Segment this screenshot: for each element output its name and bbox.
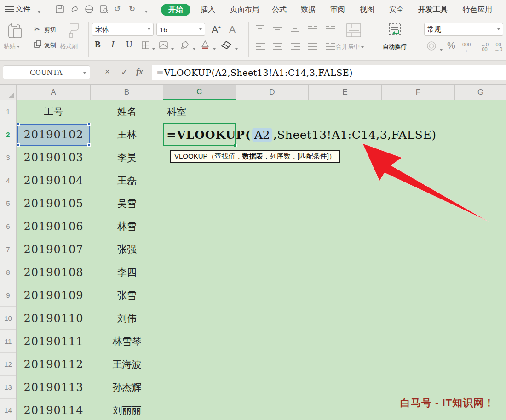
align-top-icon[interactable]: [255, 25, 265, 33]
tab-special-features[interactable]: 特色应用: [460, 4, 495, 16]
cell-a6[interactable]: 20190106: [17, 215, 91, 238]
increase-decimal-button[interactable]: ←000: [481, 42, 489, 51]
increase-indent-icon[interactable]: [325, 25, 336, 33]
fill-color-icon[interactable]: [159, 41, 168, 49]
align-center-icon[interactable]: [272, 42, 283, 51]
fill-color-caret-icon[interactable]: [170, 45, 174, 53]
copy-button[interactable]: 复制: [44, 41, 56, 50]
align-middle-icon[interactable]: [272, 25, 282, 33]
cell-a1[interactable]: 工号: [17, 100, 91, 123]
paste-button[interactable]: 粘贴: [4, 42, 20, 51]
cell-a13[interactable]: 20190113: [17, 376, 91, 399]
align-left-icon[interactable]: [255, 42, 266, 51]
print-icon[interactable]: [85, 5, 94, 14]
cell-b4[interactable]: 王磊: [91, 169, 163, 192]
decrease-indent-icon[interactable]: [307, 25, 318, 33]
justify-icon[interactable]: [307, 42, 318, 51]
tab-insert[interactable]: 插入: [198, 4, 218, 16]
export-icon[interactable]: [70, 5, 79, 14]
font-color-icon[interactable]: [201, 40, 210, 50]
row-header-12[interactable]: 12: [0, 353, 16, 376]
format-painter-icon[interactable]: [67, 22, 81, 39]
tab-developer[interactable]: 开发工具: [415, 4, 450, 16]
italic-button[interactable]: I: [111, 40, 114, 50]
row-header-14[interactable]: 14: [0, 399, 16, 420]
cell-b3[interactable]: 李昊: [91, 146, 163, 169]
align-bottom-icon[interactable]: [290, 25, 300, 33]
column-header-e[interactable]: E: [309, 85, 382, 100]
save-icon[interactable]: [55, 5, 64, 14]
font-size-combo[interactable]: 16: [156, 23, 205, 36]
cell-a11[interactable]: 20190111: [17, 330, 91, 353]
tab-home[interactable]: 开始: [161, 4, 190, 16]
cell-b12[interactable]: 王海波: [91, 353, 163, 376]
cell-a8[interactable]: 20190108: [17, 261, 91, 284]
font-color-caret-icon[interactable]: [212, 45, 216, 53]
borders-icon[interactable]: [142, 41, 150, 49]
column-header-f[interactable]: F: [382, 85, 455, 100]
cell-b7[interactable]: 张强: [91, 238, 163, 261]
percent-style-button[interactable]: %: [447, 40, 455, 51]
tab-review[interactable]: 审阅: [328, 4, 348, 16]
cell-b11[interactable]: 林雪琴: [91, 330, 163, 353]
row-header-10[interactable]: 10: [0, 307, 16, 330]
merge-center-button[interactable]: 合并居中: [336, 43, 364, 51]
number-format-combo[interactable]: 常规: [424, 23, 503, 36]
cell-c2-formula-text[interactable]: =VLOOKUP( A2 ,Sheet13!A1:C14,3,FALSE): [167, 123, 436, 146]
cell-a7[interactable]: 20190107: [17, 238, 91, 261]
cell-b2[interactable]: 王林: [91, 123, 163, 146]
row-header-8[interactable]: 8: [0, 261, 16, 284]
comma-style-button[interactable]: 000,: [462, 42, 471, 51]
shrink-font-button[interactable]: A: [229, 24, 238, 35]
row-header-13[interactable]: 13: [0, 376, 16, 399]
column-header-b[interactable]: B: [91, 85, 163, 100]
row-header-4[interactable]: 4: [0, 169, 16, 192]
cell-a12[interactable]: 20190112: [17, 353, 91, 376]
currency-caret-icon[interactable]: [438, 45, 443, 54]
more-commands-icon[interactable]: [144, 7, 148, 16]
wrap-text-button[interactable]: 自动换行: [383, 43, 407, 51]
column-header-g[interactable]: G: [455, 85, 506, 100]
merge-center-icon[interactable]: [346, 23, 362, 38]
shape-fill-icon[interactable]: [179, 40, 190, 50]
find-icon[interactable]: [99, 5, 109, 14]
name-box[interactable]: COUNTA: [3, 65, 90, 79]
wrap-text-icon[interactable]: [387, 22, 403, 38]
cell-b8[interactable]: 李四: [91, 261, 163, 284]
file-menu-caret-icon[interactable]: [36, 8, 41, 16]
row-header-11[interactable]: 11: [0, 330, 16, 353]
row-header-1[interactable]: 1: [0, 100, 16, 123]
row-header-2[interactable]: 2: [0, 123, 16, 146]
formula-input[interactable]: =VLOOKUP(A2,Sheet13!A1:C14,3,FALSE): [152, 65, 506, 80]
cell-a4[interactable]: 20190104: [17, 169, 91, 192]
cell-b1[interactable]: 姓名: [91, 100, 163, 123]
file-menu[interactable]: 文件: [16, 5, 30, 14]
decrease-decimal-button[interactable]: 00→0: [494, 42, 502, 51]
cut-button[interactable]: 剪切: [44, 26, 56, 34]
hamburger-menu-icon[interactable]: [5, 6, 14, 12]
tab-view[interactable]: 视图: [357, 4, 377, 16]
cell-a5[interactable]: 20190105: [17, 192, 91, 215]
borders-caret-icon[interactable]: [151, 45, 155, 53]
underline-button[interactable]: U: [126, 40, 132, 50]
tab-security[interactable]: 安全: [386, 4, 407, 16]
tab-page-layout[interactable]: 页面布局: [227, 4, 262, 16]
cell-b13[interactable]: 孙杰辉: [91, 376, 163, 399]
tab-formulas[interactable]: 公式: [269, 4, 289, 16]
row-header-5[interactable]: 5: [0, 192, 16, 215]
confirm-icon[interactable]: ✓: [121, 67, 128, 77]
cancel-icon[interactable]: ×: [105, 67, 110, 77]
cell-b9[interactable]: 张雪: [91, 284, 163, 307]
distributed-icon[interactable]: [325, 42, 336, 51]
eraser-icon[interactable]: [221, 40, 232, 50]
row-header-3[interactable]: 3: [0, 146, 16, 169]
paste-icon[interactable]: [6, 22, 23, 40]
undo-icon[interactable]: ↺: [114, 5, 121, 13]
cell-a3[interactable]: 20190103: [17, 146, 91, 169]
cell-a9[interactable]: 20190109: [17, 284, 91, 307]
insert-function-icon[interactable]: fx: [136, 67, 143, 77]
column-header-c[interactable]: C: [163, 85, 236, 100]
row-header-9[interactable]: 9: [0, 284, 16, 307]
cell-b6[interactable]: 林雪: [91, 215, 163, 238]
cell-b14[interactable]: 刘丽丽: [91, 399, 163, 420]
